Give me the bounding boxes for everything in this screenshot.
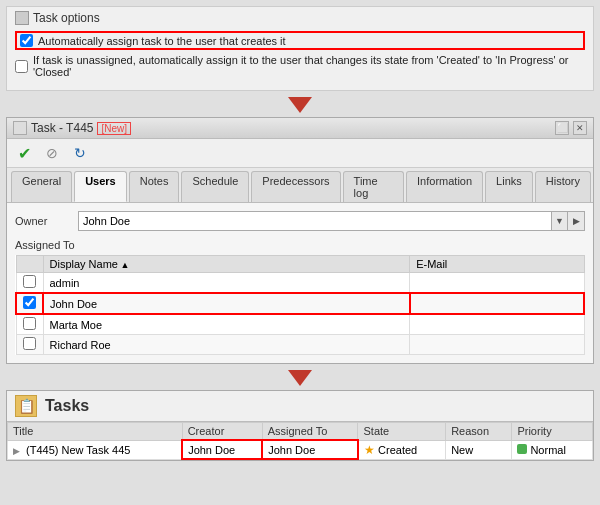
creator-col-header[interactable]: Creator [182,423,262,441]
task-options-title-text: Task options [33,11,100,25]
task-new-badge: [New] [97,122,131,135]
email-col-header[interactable]: E-Mail [410,256,584,273]
cancel-button[interactable]: ⊘ [41,142,63,164]
creator-cell: John Doe [182,440,262,459]
table-row: admin [16,273,584,294]
marta-name-cell: Marta Moe [43,314,410,335]
owner-row: Owner John Doe ▼ ▶ [15,211,585,231]
tasks-title: Tasks [45,397,89,415]
refresh-button[interactable]: ↻ [69,142,91,164]
richard-checkbox-cell[interactable] [16,335,43,355]
richard-email-cell [410,335,584,355]
tabs-bar: General Users Notes Schedule Predecessor… [7,168,593,203]
arrow-down-icon-2 [288,370,312,386]
john-doe-checkbox-cell[interactable] [16,293,43,314]
tab-notes[interactable]: Notes [129,171,180,202]
assigned-to-col-header[interactable]: Assigned To [262,423,358,441]
marta-checkbox-cell[interactable] [16,314,43,335]
auto-assign-unassigned-label: If task is unassigned, automatically ass… [33,54,585,78]
john-doe-name-cell: John Doe [43,293,410,314]
checkbox-col-header [16,256,43,273]
owner-dropdown-button[interactable]: ▼ [552,212,568,230]
owner-select-wrap[interactable]: John Doe ▼ ▶ [78,211,585,231]
state-cell: ★ Created [358,440,446,459]
tab-predecessors[interactable]: Predecessors [251,171,340,202]
richard-name-cell: Richard Roe [43,335,410,355]
table-row: Richard Roe [16,335,584,355]
table-row: Marta Moe [16,314,584,335]
tab-schedule[interactable]: Schedule [181,171,249,202]
save-button[interactable]: ✔ [13,142,35,164]
john-doe-row: John Doe [16,293,584,314]
auto-assign-checkbox[interactable] [20,34,33,47]
tab-general[interactable]: General [11,171,72,202]
task-row: ▶ (T445) New Task 445 John Doe John Doe … [8,440,593,459]
checkbox-cell[interactable] [16,273,43,294]
window-controls: ⬜ ✕ [555,121,587,135]
assigned-to-cell: John Doe [262,440,358,459]
task-window-title-text: Task - T445 [31,121,93,135]
john-doe-checkbox[interactable] [23,296,36,309]
arrow-down-icon-1 [288,97,312,113]
reason-cell: New [446,440,512,459]
arrow-2 [0,364,600,390]
tab-information[interactable]: Information [406,171,483,202]
task-window: Task - T445 [New] ⬜ ✕ ✔ ⊘ ↻ General User… [6,117,594,364]
admin-checkbox[interactable] [23,275,36,288]
richard-checkbox[interactable] [23,337,36,350]
window-minimize-button[interactable]: ⬜ [555,121,569,135]
auto-assign-unassigned-checkbox[interactable] [15,60,28,73]
priority-col-header[interactable]: Priority [512,423,593,441]
checkbox-row-2: If task is unassigned, automatically ass… [15,54,585,78]
task-title-cell: ▶ (T445) New Task 445 [8,440,183,459]
owner-label: Owner [15,215,70,227]
tab-links[interactable]: Links [485,171,533,202]
auto-assign-label: Automatically assign task to the user th… [38,35,286,47]
owner-nav-button[interactable]: ▶ [568,212,584,230]
admin-email-cell [410,273,584,294]
task-title-icon [13,121,27,135]
tab-history[interactable]: History [535,171,591,202]
star-icon: ★ [364,443,375,457]
arrow-1 [0,91,600,117]
john-doe-email-cell [410,293,584,314]
task-toolbar: ✔ ⊘ ↻ [7,139,593,168]
title-col-header[interactable]: Title [8,423,183,441]
state-col-header[interactable]: State [358,423,446,441]
task-window-titlebar: Task - T445 [New] ⬜ ✕ [7,118,593,139]
admin-name-cell: admin [43,273,410,294]
marta-checkbox[interactable] [23,317,36,330]
tasks-icon: 📋 [15,395,37,417]
priority-cell: Normal [512,440,593,459]
tasks-table: Title Creator Assigned To State Reason P… [7,422,593,460]
owner-value: John Doe [79,211,551,231]
tasks-header: 📋 Tasks [7,391,593,422]
reason-col-header[interactable]: Reason [446,423,512,441]
task-options-panel: Task options Automatically assign task t… [6,6,594,91]
checkbox-row-1: Automatically assign task to the user th… [15,31,585,50]
priority-dot [517,444,527,454]
assigned-to-label: Assigned To [15,239,585,251]
marta-email-cell [410,314,584,335]
task-window-title-group: Task - T445 [New] [13,121,131,135]
expand-icon[interactable]: ▶ [13,446,20,456]
owner-select-buttons: ▼ ▶ [551,212,584,230]
tab-timelog[interactable]: Time log [343,171,404,202]
tasks-section: 📋 Tasks Title Creator Assigned To State … [6,390,594,461]
assigned-table: Display Name E-Mail admin John Doe Ma [15,255,585,355]
task-options-title: Task options [15,11,585,25]
task-content: Owner John Doe ▼ ▶ Assigned To Display N… [7,203,593,363]
window-close-button[interactable]: ✕ [573,121,587,135]
tab-users[interactable]: Users [74,171,127,202]
display-name-col-header[interactable]: Display Name [43,256,410,273]
